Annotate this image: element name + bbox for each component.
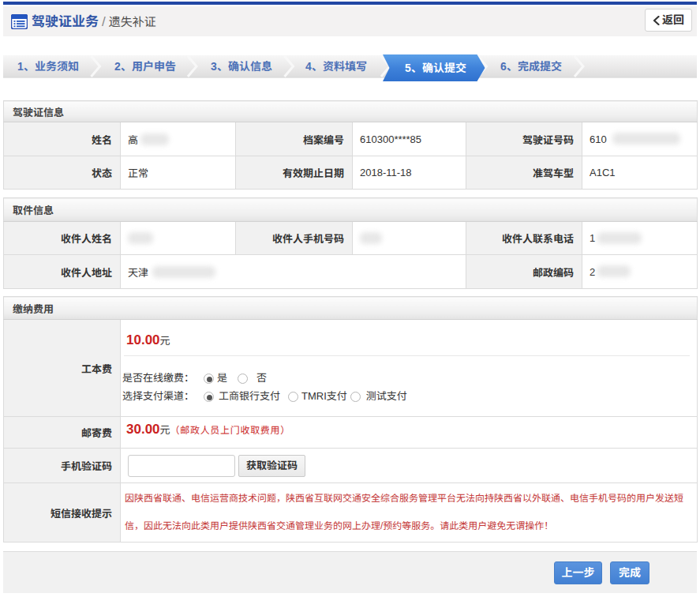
svg-text:5、确认提交: 5、确认提交 [405, 62, 466, 74]
svg-text:1、业务须知: 1、业务须知 [17, 60, 79, 73]
svg-text:3、确认信息: 3、确认信息 [211, 60, 272, 73]
svg-text:4、资料填写: 4、资料填写 [305, 60, 367, 73]
svg-text:2、用户申告: 2、用户申告 [114, 60, 176, 73]
svg-text:6、完成提交: 6、完成提交 [500, 60, 562, 73]
